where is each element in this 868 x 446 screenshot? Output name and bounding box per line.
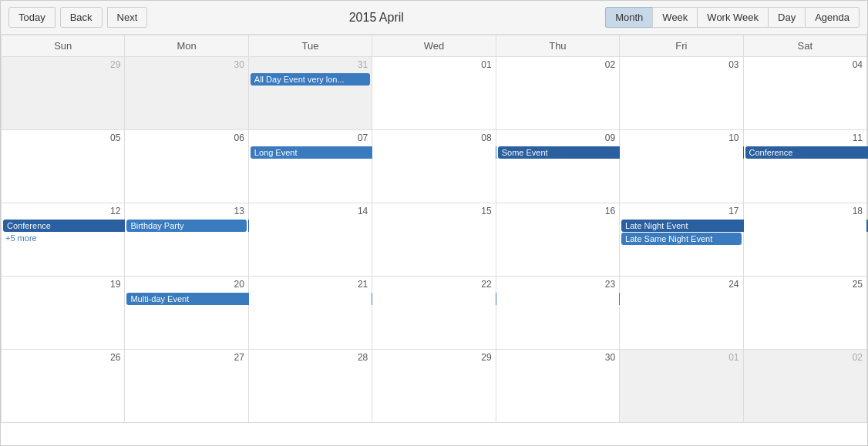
day-number: 07 [249, 130, 372, 146]
week-row-4: 26272829300102 [2, 350, 867, 423]
day-cell-4-4[interactable]: 30 [496, 350, 619, 423]
day-number: 01 [620, 350, 742, 365]
calendar-container: Today Back Next 2015 April Month Week Wo… [0, 0, 868, 446]
week-row-1: 050607Long Event0809Some Event1011Confer… [2, 130, 867, 203]
day-number: 01 [372, 57, 495, 72]
day-cell-1-0[interactable]: 05 [2, 130, 125, 203]
day-number: 02 [744, 350, 866, 365]
day-cell-2-1[interactable]: 13Birthday Party [125, 203, 248, 277]
header-sun: Sun [2, 35, 125, 57]
day-cell-2-3[interactable]: 15 [372, 203, 496, 277]
day-number: 12 [2, 203, 124, 219]
day-cell-3-4[interactable]: 23 [496, 277, 619, 350]
day-cell-1-5[interactable]: 10 [620, 130, 743, 203]
back-button[interactable]: Back [60, 7, 103, 28]
day-number: 24 [620, 277, 742, 292]
day-cell-4-2[interactable]: 28 [248, 350, 372, 423]
day-number: 30 [496, 350, 619, 365]
nav-buttons: Today Back Next [8, 7, 147, 28]
week-row-0: 293031All Day Event very lon...01020304 [2, 57, 867, 130]
day-number: 13 [125, 203, 247, 219]
day-number: 23 [496, 277, 619, 292]
view-workweek-button[interactable]: Work Week [697, 7, 768, 28]
day-cell-4-5[interactable]: 01 [620, 350, 743, 423]
day-cell-4-1[interactable]: 27 [125, 350, 248, 423]
day-cell-1-3[interactable]: 08 [372, 130, 496, 203]
day-number: 19 [2, 277, 124, 292]
day-cell-3-1[interactable]: 20Multi-day Event [125, 277, 248, 350]
day-number: 14 [249, 203, 372, 219]
day-number: 11 [744, 130, 866, 146]
day-cell-1-6[interactable]: 11Conference [743, 130, 866, 203]
day-number: 31 [249, 57, 372, 72]
day-cell-2-2[interactable]: 14 [248, 203, 372, 277]
view-day-button[interactable]: Day [768, 7, 805, 28]
week-row-2: 12Conference+5 more13Birthday Party14151… [2, 203, 867, 277]
day-number: 29 [372, 350, 495, 365]
day-cell-0-6[interactable]: 04 [743, 57, 866, 130]
day-cell-0-2[interactable]: 31All Day Event very lon... [248, 57, 372, 130]
view-agenda-button[interactable]: Agenda [805, 7, 860, 28]
day-number: 29 [2, 57, 124, 72]
more-link[interactable]: +5 more [2, 233, 124, 243]
today-button[interactable]: Today [8, 7, 56, 28]
header-mon: Mon [125, 35, 248, 57]
day-cell-3-2[interactable]: 21 [248, 277, 372, 350]
day-cell-0-0[interactable]: 29 [2, 57, 125, 130]
header-tue: Tue [248, 35, 372, 57]
day-cell-2-6[interactable]: 18 [743, 203, 866, 277]
day-number: 03 [620, 57, 742, 72]
day-cell-0-3[interactable]: 01 [372, 57, 496, 130]
header-thu: Thu [496, 35, 619, 57]
day-number: 09 [496, 130, 619, 146]
day-number: 25 [744, 277, 866, 292]
day-cell-4-6[interactable]: 02 [743, 350, 866, 423]
day-cell-0-5[interactable]: 03 [620, 57, 743, 130]
day-cell-3-5[interactable]: 24 [620, 277, 743, 350]
day-number: 16 [496, 203, 619, 219]
calendar-title: 2015 April [147, 11, 605, 25]
view-buttons: Month Week Work Week Day Agenda [605, 7, 860, 28]
day-number: 28 [249, 350, 372, 365]
day-cell-0-1[interactable]: 30 [125, 57, 248, 130]
toolbar: Today Back Next 2015 April Month Week Wo… [1, 1, 867, 35]
day-number: 08 [372, 130, 495, 146]
day-cell-3-6[interactable]: 25 [743, 277, 866, 350]
day-cell-2-4[interactable]: 16 [496, 203, 619, 277]
day-cell-0-4[interactable]: 02 [496, 57, 619, 130]
view-month-button[interactable]: Month [605, 7, 652, 28]
day-cell-4-3[interactable]: 29 [372, 350, 496, 423]
day-number: 15 [372, 203, 495, 219]
event-bar[interactable]: Late Same Night Event [621, 233, 741, 245]
week-row-3: 1920Multi-day Event2122232425 [2, 277, 867, 350]
header-wed: Wed [372, 35, 496, 57]
event-bar[interactable]: Birthday Party [126, 220, 246, 232]
day-number: 22 [372, 277, 495, 292]
day-cell-1-2[interactable]: 07Long Event [248, 130, 372, 203]
day-number: 21 [249, 277, 372, 292]
day-headers-row: Sun Mon Tue Wed Thu Fri Sat [2, 35, 867, 57]
day-cell-2-5[interactable]: 17Late Night EventLate Same Night Event [620, 203, 743, 277]
event-bar[interactable]: All Day Event very lon... [251, 73, 370, 86]
event-bar[interactable]: Conference [745, 146, 868, 159]
next-button[interactable]: Next [107, 7, 148, 28]
day-number: 26 [2, 350, 124, 365]
header-fri: Fri [620, 35, 743, 57]
day-cell-1-1[interactable]: 06 [125, 130, 248, 203]
day-number: 18 [744, 203, 866, 219]
day-cell-3-3[interactable]: 22 [372, 277, 496, 350]
day-cell-1-4[interactable]: 09Some Event [496, 130, 619, 203]
day-number: 27 [125, 350, 247, 365]
day-number: 05 [2, 130, 124, 146]
day-cell-3-0[interactable]: 19 [2, 277, 125, 350]
day-cell-4-0[interactable]: 26 [2, 350, 125, 423]
view-week-button[interactable]: Week [652, 7, 697, 28]
day-number: 20 [125, 277, 247, 292]
day-number: 04 [744, 57, 866, 72]
day-number: 17 [620, 203, 742, 219]
day-number: 10 [620, 130, 742, 146]
day-number: 30 [125, 57, 247, 72]
day-cell-2-0[interactable]: 12Conference+5 more [2, 203, 125, 277]
header-sat: Sat [743, 35, 866, 57]
calendar-grid: Sun Mon Tue Wed Thu Fri Sat 293031All Da… [1, 35, 867, 423]
